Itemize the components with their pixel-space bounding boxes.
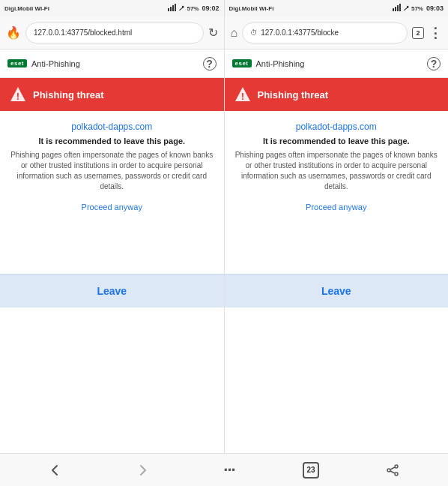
signal-icon (168, 4, 177, 13)
main-panels: 🔥 127.0.0.1:43775/blocked.html ↻ eset An… (0, 16, 448, 453)
left-warning-icon: ! (9, 86, 27, 104)
right-status-icons: ⭧ 57% 09:03 (393, 4, 444, 13)
svg-rect-2 (172, 5, 174, 11)
svg-line-15 (390, 467, 395, 470)
bluetooth-icon-right: ⭧ (403, 4, 410, 12)
svg-rect-6 (397, 5, 399, 11)
right-eset-header: eset Anti-Phishing ? (225, 50, 449, 78)
right-warning-icon: ! (234, 86, 252, 104)
menu-button[interactable]: ··· (216, 457, 243, 484)
menu-dots-icon: ··· (223, 460, 234, 480)
left-eset-title: Anti-Phishing (31, 59, 80, 68)
right-address-field[interactable]: ⏱ 127.0.0.1:43775/blocke (242, 22, 408, 44)
left-leave-section[interactable]: Leave (0, 274, 224, 308)
left-address-bar: 🔥 127.0.0.1:43775/blocked.html ↻ (0, 16, 224, 50)
right-more-icon[interactable]: ⋮ (429, 25, 442, 41)
right-recommended-text: It is recommended to leave this page. (263, 136, 410, 146)
svg-point-12 (395, 465, 398, 468)
right-proceed-link[interactable]: Proceed anyway (306, 202, 366, 212)
right-description-text: Phishing pages often impersonate the pag… (232, 150, 441, 192)
left-threat-banner: ! Phishing threat (0, 78, 224, 111)
svg-rect-0 (168, 8, 169, 11)
tabs-count-label: 23 (306, 466, 315, 474)
left-refresh-icon[interactable]: ↻ (208, 26, 218, 40)
right-lock-icon: ⏱ (250, 28, 258, 37)
svg-rect-3 (175, 4, 176, 11)
right-panel: ⌂ ⏱ 127.0.0.1:43775/blocke 2 ⋮ eset Anti… (225, 16, 449, 453)
share-icon (386, 464, 399, 477)
left-address-text: 127.0.0.1:43775/blocked.html (34, 28, 132, 37)
left-status-bar: Digi.Mobil Wi-Fi ⭧ 57% 09:02 (0, 0, 225, 16)
svg-point-14 (395, 472, 398, 476)
left-address-field[interactable]: 127.0.0.1:43775/blocked.html (25, 22, 204, 44)
share-button[interactable] (379, 457, 406, 484)
left-description-text: Phishing pages often impersonate the pag… (7, 150, 217, 192)
left-leave-button[interactable]: Leave (97, 285, 127, 297)
right-leave-section[interactable]: Leave (225, 274, 449, 308)
svg-point-13 (387, 469, 390, 472)
left-flame-icon: 🔥 (6, 26, 21, 40)
left-empty-space (0, 308, 224, 454)
right-empty-space (225, 308, 449, 454)
bluetooth-icon: ⭧ (178, 4, 185, 12)
right-site-name: polkadot-dapps.com (296, 122, 377, 132)
left-eset-logo: eset Anti-Phishing (7, 59, 80, 68)
status-bars-row: Digi.Mobil Wi-Fi ⭧ 57% 09:02 Digi.Mobil … (0, 0, 448, 16)
left-carrier: Digi.Mobil Wi-Fi (4, 5, 49, 12)
left-eset-badge: eset (7, 59, 27, 68)
right-eset-title: Anti-Phishing (256, 59, 305, 68)
left-recommended-text: It is recommended to leave this page. (38, 136, 185, 146)
left-site-name: polkadot-dapps.com (71, 122, 152, 132)
bottom-nav: ··· 23 (0, 453, 448, 486)
left-status-icons: ⭧ 57% 09:02 (168, 4, 219, 13)
forward-button[interactable] (129, 457, 156, 484)
svg-rect-4 (393, 8, 394, 11)
right-help-icon[interactable]: ? (427, 57, 441, 70)
svg-text:!: ! (16, 91, 19, 102)
right-home-icon[interactable]: ⌂ (231, 26, 238, 40)
svg-rect-7 (399, 4, 401, 11)
right-tabs-badge[interactable]: 2 (412, 27, 424, 39)
signal-icon-right (393, 4, 402, 13)
right-carrier: Digi.Mobil Wi-Fi (229, 5, 274, 12)
left-time: 09:02 (202, 4, 219, 12)
left-proceed-link[interactable]: Proceed anyway (82, 202, 142, 212)
right-threat-title: Phishing threat (258, 89, 329, 100)
right-time: 09:03 (426, 4, 444, 12)
right-threat-banner: ! Phishing threat (225, 78, 449, 111)
right-content-area: polkadot-dapps.com It is recommended to … (225, 111, 449, 274)
right-eset-logo: eset Anti-Phishing (232, 59, 305, 68)
svg-rect-5 (395, 7, 396, 11)
right-leave-button[interactable]: Leave (321, 285, 351, 297)
battery-icon: 57% (187, 5, 199, 12)
right-eset-badge: eset (232, 59, 252, 68)
left-eset-header: eset Anti-Phishing ? (0, 50, 224, 78)
svg-rect-1 (170, 7, 172, 11)
right-address-text: 127.0.0.1:43775/blocke (261, 28, 339, 37)
back-button[interactable] (42, 457, 69, 484)
left-threat-title: Phishing threat (33, 89, 104, 100)
battery-icon-right: 57% (411, 5, 423, 12)
right-status-bar: Digi.Mobil Wi-Fi ⭧ 57% 09:03 (225, 0, 449, 16)
svg-line-16 (390, 471, 395, 473)
left-help-icon[interactable]: ? (203, 57, 217, 70)
left-panel: 🔥 127.0.0.1:43775/blocked.html ↻ eset An… (0, 16, 225, 453)
left-content-area: polkadot-dapps.com It is recommended to … (0, 111, 224, 274)
svg-text:!: ! (240, 91, 243, 102)
tabs-count-button[interactable]: 23 (303, 462, 319, 478)
right-address-bar: ⌂ ⏱ 127.0.0.1:43775/blocke 2 ⋮ (225, 16, 449, 50)
